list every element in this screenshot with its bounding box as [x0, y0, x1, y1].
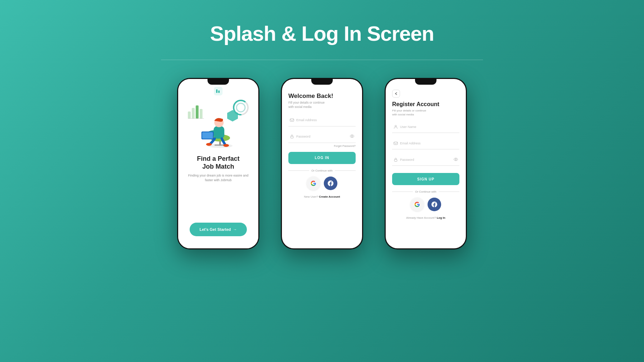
- login-title: Welcome Back!: [288, 93, 356, 100]
- google-icon: [311, 180, 316, 186]
- logo-icon: [216, 89, 221, 94]
- or-divider-login: Or Continue with: [288, 169, 356, 172]
- page-header: Splash & Log In Screen: [210, 21, 434, 45]
- splash-heading: Find a Perfact Job Match: [185, 155, 252, 170]
- google-button-login[interactable]: [307, 177, 320, 190]
- svg-point-24: [351, 135, 353, 137]
- email-icon: [290, 118, 294, 122]
- lock-icon-register: [394, 158, 398, 162]
- email-input-login[interactable]: Email Address: [288, 114, 356, 127]
- login-button[interactable]: LOG IN: [288, 152, 356, 164]
- svg-rect-2: [188, 111, 191, 119]
- svg-rect-27: [394, 159, 397, 161]
- divider-line-right-reg: [439, 192, 459, 192]
- signup-button[interactable]: SIGN UP: [392, 173, 459, 185]
- svg-marker-20: [227, 110, 238, 122]
- username-input[interactable]: User Name: [392, 121, 459, 133]
- splash-subtext: Finding your dream job is more easire an…: [185, 173, 252, 182]
- divider-line-right: [335, 170, 356, 171]
- lock-icon-login: [290, 134, 294, 139]
- svg-rect-19: [202, 132, 213, 139]
- eye-icon-login[interactable]: [350, 134, 354, 139]
- password-input-login[interactable]: Password: [288, 131, 356, 143]
- notch-splash: [208, 79, 229, 85]
- facebook-icon-register: [431, 202, 437, 207]
- email-input-register[interactable]: Email Address: [392, 137, 459, 149]
- svg-point-23: [350, 135, 354, 138]
- splash-illustration: [184, 95, 252, 151]
- phones-row: Find a Perfact Job Match Finding your dr…: [177, 78, 467, 249]
- svg-rect-14: [214, 126, 224, 139]
- get-started-button[interactable]: Let's Get Started →: [190, 223, 247, 236]
- svg-rect-26: [394, 142, 398, 145]
- login-screen: Welcome Back! Fill your details or conti…: [282, 79, 362, 248]
- google-icon-register: [414, 202, 420, 207]
- register-screen: Register Account Fill your details or co…: [386, 79, 466, 248]
- page-title: Splash & Log In Screen: [210, 21, 434, 45]
- register-title: Register Account: [392, 101, 459, 108]
- divider-line-left-reg: [392, 192, 413, 192]
- svg-rect-22: [291, 137, 293, 138]
- forgot-password-link[interactable]: Forget Password?: [288, 144, 356, 148]
- svg-point-28: [454, 158, 458, 161]
- social-buttons-login: [288, 177, 356, 190]
- phone-splash: Find a Perfact Job Match Finding your dr…: [177, 78, 259, 249]
- svg-rect-3: [192, 108, 195, 119]
- facebook-button-login[interactable]: [324, 177, 337, 190]
- svg-point-16: [206, 143, 212, 146]
- header-divider: [161, 60, 483, 60]
- login-subtitle: Fill your details or continue with socia…: [288, 101, 356, 109]
- splash-logo: [214, 87, 223, 95]
- facebook-icon: [328, 180, 333, 186]
- person-illustration: [195, 106, 241, 151]
- create-account-link[interactable]: New User? Create Account: [288, 195, 356, 198]
- back-arrow-icon: [394, 92, 398, 95]
- splash-text: Find a Perfact Job Match Finding your dr…: [185, 155, 252, 223]
- notch-register: [415, 79, 436, 85]
- svg-rect-1: [218, 90, 220, 93]
- password-input-register[interactable]: Password: [392, 154, 459, 166]
- divider-line-left: [288, 170, 309, 171]
- svg-rect-21: [290, 119, 294, 122]
- splash-screen: Find a Perfact Job Match Finding your dr…: [178, 79, 258, 248]
- notch-login: [311, 79, 333, 85]
- svg-point-29: [455, 159, 457, 160]
- user-icon: [394, 125, 398, 129]
- register-subtitle: Fill your details or continue with socia…: [392, 109, 459, 116]
- svg-rect-0: [216, 89, 218, 93]
- login-link[interactable]: Already Have Account? Log In: [392, 216, 459, 219]
- phone-login: Welcome Back! Fill your details or conti…: [281, 78, 363, 249]
- or-divider-register: Or Continue with: [392, 190, 459, 193]
- svg-point-25: [395, 125, 397, 127]
- facebook-button-register[interactable]: [428, 198, 441, 211]
- back-button[interactable]: [392, 90, 400, 98]
- google-button-register[interactable]: [410, 198, 424, 211]
- phone-register: Register Account Fill your details or co…: [385, 78, 467, 249]
- social-buttons-register: [392, 198, 459, 211]
- eye-icon-register[interactable]: [454, 157, 458, 162]
- email-icon-register: [394, 141, 398, 145]
- svg-point-17: [223, 144, 229, 147]
